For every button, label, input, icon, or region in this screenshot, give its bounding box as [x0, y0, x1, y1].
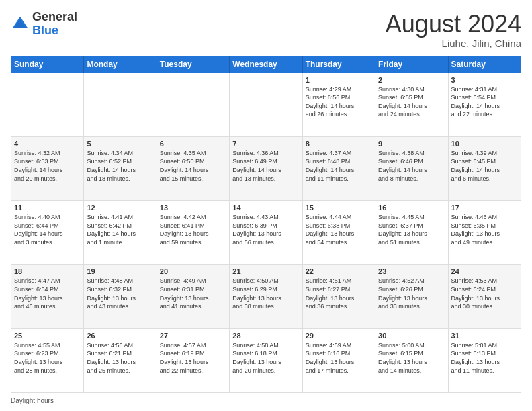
footer-text: Daylight hours [11, 397, 54, 404]
day-number: 29 [306, 332, 372, 340]
day-number: 7 [232, 140, 299, 148]
logo-blue: Blue [32, 24, 58, 37]
day-number: 19 [87, 267, 153, 275]
day-info: Sunrise: 4:38 AM Sunset: 6:46 PM Dayligh… [378, 149, 445, 183]
calendar-cell: 20Sunrise: 4:49 AM Sunset: 6:31 PM Dayli… [157, 265, 229, 328]
day-info: Sunrise: 4:40 AM Sunset: 6:44 PM Dayligh… [14, 213, 81, 246]
day-number: 6 [160, 140, 226, 148]
day-info: Sunrise: 4:42 AM Sunset: 6:41 PM Dayligh… [160, 213, 226, 246]
day-number: 18 [14, 267, 81, 275]
calendar-header-row: SundayMondayTuesdayWednesdayThursdayFrid… [11, 56, 521, 73]
logo-text: General Blue [32, 11, 77, 38]
calendar-cell: 10Sunrise: 4:39 AM Sunset: 6:45 PM Dayli… [448, 136, 521, 200]
day-number: 28 [232, 332, 299, 340]
day-number: 8 [306, 140, 372, 148]
day-number: 4 [14, 140, 81, 148]
calendar-cell: 18Sunrise: 4:47 AM Sunset: 6:34 PM Dayli… [11, 265, 84, 328]
calendar-day-header-sunday: Sunday [11, 56, 84, 73]
day-info: Sunrise: 4:48 AM Sunset: 6:32 PM Dayligh… [87, 277, 153, 310]
calendar-cell [230, 73, 302, 136]
calendar-cell: 6Sunrise: 4:35 AM Sunset: 6:50 PM Daylig… [157, 136, 229, 200]
day-info: Sunrise: 4:29 AM Sunset: 6:56 PM Dayligh… [306, 85, 372, 119]
calendar-cell: 25Sunrise: 4:55 AM Sunset: 6:23 PM Dayli… [11, 328, 84, 392]
calendar-cell: 3Sunrise: 4:31 AM Sunset: 6:54 PM Daylig… [448, 73, 521, 136]
day-number: 14 [232, 203, 299, 212]
logo-general: General [32, 10, 77, 24]
day-info: Sunrise: 4:45 AM Sunset: 6:37 PM Dayligh… [378, 213, 445, 246]
day-number: 26 [87, 332, 153, 340]
calendar-cell: 22Sunrise: 4:51 AM Sunset: 6:27 PM Dayli… [302, 265, 375, 328]
day-info: Sunrise: 4:55 AM Sunset: 6:23 PM Dayligh… [14, 341, 81, 375]
calendar-cell: 17Sunrise: 4:46 AM Sunset: 6:35 PM Dayli… [448, 201, 521, 265]
title-block: August 2024 Liuhe, Jilin, China [386, 11, 521, 49]
day-info: Sunrise: 4:58 AM Sunset: 6:18 PM Dayligh… [232, 341, 299, 375]
day-number: 5 [87, 140, 153, 148]
day-number: 15 [306, 203, 372, 212]
calendar-week-row-0: 1Sunrise: 4:29 AM Sunset: 6:56 PM Daylig… [11, 73, 521, 136]
day-info: Sunrise: 4:41 AM Sunset: 6:42 PM Dayligh… [87, 213, 153, 246]
day-number: 13 [160, 203, 226, 212]
calendar-day-header-friday: Friday [375, 56, 448, 73]
day-info: Sunrise: 4:47 AM Sunset: 6:34 PM Dayligh… [14, 277, 81, 310]
calendar-cell [84, 73, 157, 136]
day-info: Sunrise: 4:49 AM Sunset: 6:31 PM Dayligh… [160, 277, 226, 310]
calendar-cell: 30Sunrise: 5:00 AM Sunset: 6:15 PM Dayli… [375, 328, 448, 392]
calendar-cell: 8Sunrise: 4:37 AM Sunset: 6:48 PM Daylig… [302, 136, 375, 200]
calendar-cell: 21Sunrise: 4:50 AM Sunset: 6:29 PM Dayli… [230, 265, 302, 328]
day-info: Sunrise: 4:39 AM Sunset: 6:45 PM Dayligh… [451, 149, 518, 183]
day-info: Sunrise: 4:51 AM Sunset: 6:27 PM Dayligh… [306, 277, 372, 310]
calendar-week-row-1: 4Sunrise: 4:32 AM Sunset: 6:53 PM Daylig… [11, 136, 521, 200]
day-info: Sunrise: 4:34 AM Sunset: 6:52 PM Dayligh… [87, 149, 153, 183]
day-number: 22 [306, 267, 372, 275]
day-number: 30 [378, 332, 445, 340]
calendar-cell: 1Sunrise: 4:29 AM Sunset: 6:56 PM Daylig… [302, 73, 375, 136]
calendar-cell: 24Sunrise: 4:53 AM Sunset: 6:24 PM Dayli… [448, 265, 521, 328]
calendar-cell: 2Sunrise: 4:30 AM Sunset: 6:55 PM Daylig… [375, 73, 448, 136]
day-number: 2 [378, 76, 445, 84]
day-number: 27 [160, 332, 226, 340]
calendar-day-header-thursday: Thursday [302, 56, 375, 73]
calendar-table: SundayMondayTuesdayWednesdayThursdayFrid… [11, 56, 521, 393]
day-number: 24 [451, 267, 518, 275]
day-info: Sunrise: 4:31 AM Sunset: 6:54 PM Dayligh… [451, 85, 518, 119]
calendar-cell: 9Sunrise: 4:38 AM Sunset: 6:46 PM Daylig… [375, 136, 448, 200]
day-number: 16 [378, 203, 445, 212]
day-info: Sunrise: 4:59 AM Sunset: 6:16 PM Dayligh… [306, 341, 372, 375]
calendar-cell: 29Sunrise: 4:59 AM Sunset: 6:16 PM Dayli… [302, 328, 375, 392]
day-info: Sunrise: 4:46 AM Sunset: 6:35 PM Dayligh… [451, 213, 518, 246]
calendar-cell: 14Sunrise: 4:43 AM Sunset: 6:39 PM Dayli… [230, 201, 302, 265]
month-title: August 2024 [386, 11, 521, 38]
day-number: 11 [14, 203, 81, 212]
day-info: Sunrise: 5:01 AM Sunset: 6:13 PM Dayligh… [451, 341, 518, 375]
calendar-cell: 5Sunrise: 4:34 AM Sunset: 6:52 PM Daylig… [84, 136, 157, 200]
day-info: Sunrise: 5:00 AM Sunset: 6:15 PM Dayligh… [378, 341, 445, 375]
calendar-day-header-tuesday: Tuesday [157, 56, 229, 73]
day-number: 12 [87, 203, 153, 212]
day-number: 1 [306, 76, 372, 84]
calendar-cell: 4Sunrise: 4:32 AM Sunset: 6:53 PM Daylig… [11, 136, 84, 200]
day-number: 17 [451, 203, 518, 212]
page: General Blue August 2024 Liuhe, Jilin, C… [0, 0, 532, 411]
day-info: Sunrise: 4:44 AM Sunset: 6:38 PM Dayligh… [306, 213, 372, 246]
location: Liuhe, Jilin, China [386, 38, 521, 49]
calendar-cell: 27Sunrise: 4:57 AM Sunset: 6:19 PM Dayli… [157, 328, 229, 392]
calendar-cell: 19Sunrise: 4:48 AM Sunset: 6:32 PM Dayli… [84, 265, 157, 328]
calendar-cell: 12Sunrise: 4:41 AM Sunset: 6:42 PM Dayli… [84, 201, 157, 265]
logo-icon [11, 15, 30, 34]
calendar-cell: 26Sunrise: 4:56 AM Sunset: 6:21 PM Dayli… [84, 328, 157, 392]
day-info: Sunrise: 4:35 AM Sunset: 6:50 PM Dayligh… [160, 149, 226, 183]
calendar-cell: 15Sunrise: 4:44 AM Sunset: 6:38 PM Dayli… [302, 201, 375, 265]
day-info: Sunrise: 4:32 AM Sunset: 6:53 PM Dayligh… [14, 149, 81, 183]
day-number: 9 [378, 140, 445, 148]
day-number: 3 [451, 76, 518, 84]
day-info: Sunrise: 4:43 AM Sunset: 6:39 PM Dayligh… [232, 213, 299, 246]
day-number: 23 [378, 267, 445, 275]
day-info: Sunrise: 4:37 AM Sunset: 6:48 PM Dayligh… [306, 149, 372, 183]
day-info: Sunrise: 4:53 AM Sunset: 6:24 PM Dayligh… [451, 277, 518, 310]
header: General Blue August 2024 Liuhe, Jilin, C… [11, 11, 521, 49]
calendar-cell [11, 73, 84, 136]
footer: Daylight hours [11, 397, 521, 404]
calendar-cell: 16Sunrise: 4:45 AM Sunset: 6:37 PM Dayli… [375, 201, 448, 265]
calendar-week-row-2: 11Sunrise: 4:40 AM Sunset: 6:44 PM Dayli… [11, 201, 521, 265]
calendar-day-header-saturday: Saturday [448, 56, 521, 73]
